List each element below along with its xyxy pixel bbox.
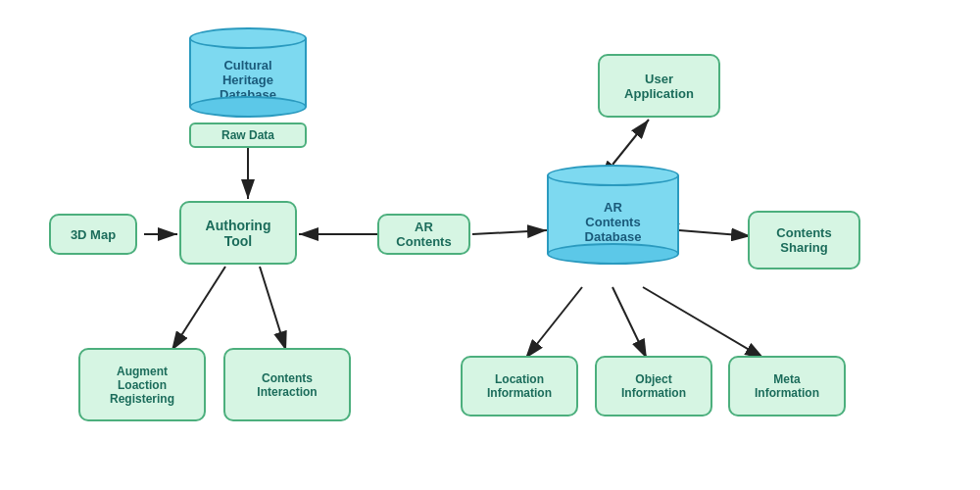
svg-line-6 <box>612 120 649 165</box>
user-application-node: UserApplication <box>598 54 720 118</box>
diagram: CulturalHeritageDatabase Raw Data Author… <box>0 0 980 490</box>
object-info-label: ObjectInformation <box>621 372 686 400</box>
contents-sharing-node: ContentsSharing <box>748 211 860 270</box>
contents-interaction-label: ContentsInteraction <box>257 371 317 399</box>
ar-db-cyl-body: ARContentsDatabase <box>547 175 679 254</box>
ar-contents-label: ARContents <box>396 220 451 249</box>
meta-info-label: MetaInformation <box>755 372 819 400</box>
augment-location-label: AugmentLoactionRegistering <box>110 365 174 406</box>
ar-db-label: ARContentsDatabase <box>585 200 642 244</box>
location-info-label: LocationInformation <box>487 372 552 400</box>
authoring-tool-node: AuthoringTool <box>179 201 297 265</box>
svg-line-10 <box>525 287 582 359</box>
authoring-tool-label: AuthoringTool <box>206 218 271 249</box>
cultural-db-sublabel: Raw Data <box>189 122 307 148</box>
meta-info-node: MetaInformation <box>728 356 846 416</box>
ar-contents-node: ARContents <box>377 214 470 255</box>
ar-db-cyl-bottom <box>547 243 679 265</box>
svg-line-12 <box>643 287 764 359</box>
contents-interaction-node: ContentsInteraction <box>223 348 351 421</box>
svg-line-5 <box>472 230 547 234</box>
svg-line-7 <box>679 230 751 236</box>
map-3d-node: 3D Map <box>49 214 137 255</box>
map-3d-label: 3D Map <box>71 227 116 242</box>
svg-line-8 <box>172 267 225 351</box>
ar-contents-db-node: ARContentsDatabase <box>547 165 679 265</box>
svg-line-9 <box>260 267 286 351</box>
svg-line-11 <box>612 287 647 359</box>
location-info-node: LocationInformation <box>461 356 578 416</box>
augment-location-node: AugmentLoactionRegistering <box>78 348 206 421</box>
object-info-node: ObjectInformation <box>595 356 712 416</box>
cultural-db-node: CulturalHeritageDatabase Raw Data <box>189 27 307 148</box>
ar-db-cyl-top <box>547 165 679 186</box>
user-application-label: UserApplication <box>624 72 694 101</box>
cyl-bottom <box>189 96 307 118</box>
cyl-top <box>189 27 307 49</box>
contents-sharing-label: ContentsSharing <box>776 225 831 255</box>
